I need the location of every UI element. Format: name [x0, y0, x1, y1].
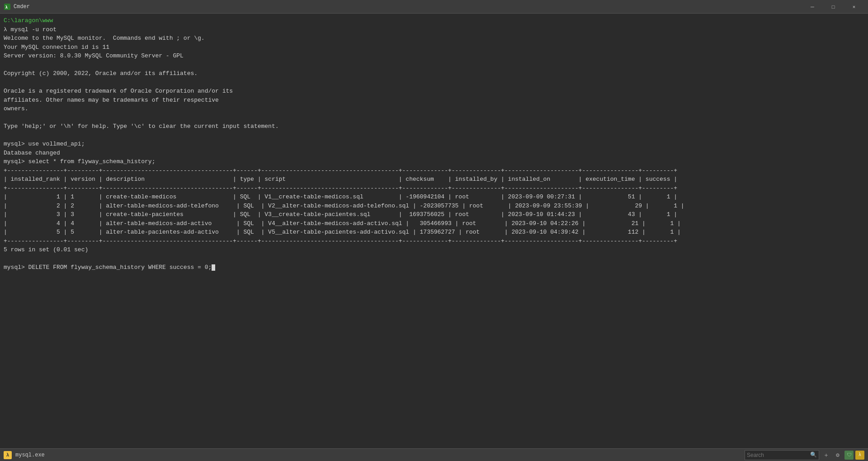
window-title: Cmder — [14, 4, 802, 10]
add-tab-button[interactable]: ＋ — [821, 450, 831, 460]
title-bar: λ Cmder ─ □ × — [0, 0, 868, 14]
window-controls: ─ □ × — [802, 0, 864, 14]
search-input[interactable] — [747, 452, 810, 458]
user-icon: λ — [855, 451, 864, 460]
search-icon[interactable]: 🔍 — [810, 452, 817, 458]
close-button[interactable]: × — [844, 0, 864, 14]
status-bar: λ mysql.exe 🔍 ＋ ⚙ 🛡 λ — [0, 448, 868, 461]
status-bar-right: 🔍 ＋ ⚙ 🛡 λ — [745, 450, 864, 460]
search-box[interactable]: 🔍 — [745, 450, 819, 460]
settings-button[interactable]: ⚙ — [833, 450, 843, 460]
process-name: mysql.exe — [15, 452, 741, 458]
svg-text:λ: λ — [5, 5, 8, 9]
minimize-button[interactable]: ─ — [802, 0, 823, 14]
shield-icon: 🛡 — [844, 451, 854, 460]
process-icon: λ — [4, 451, 12, 459]
restore-button[interactable]: □ — [823, 0, 844, 14]
terminal-output: C:\laragon\www λ mysql -u root Welcome t… — [0, 14, 868, 448]
app-icon: λ — [4, 3, 11, 10]
